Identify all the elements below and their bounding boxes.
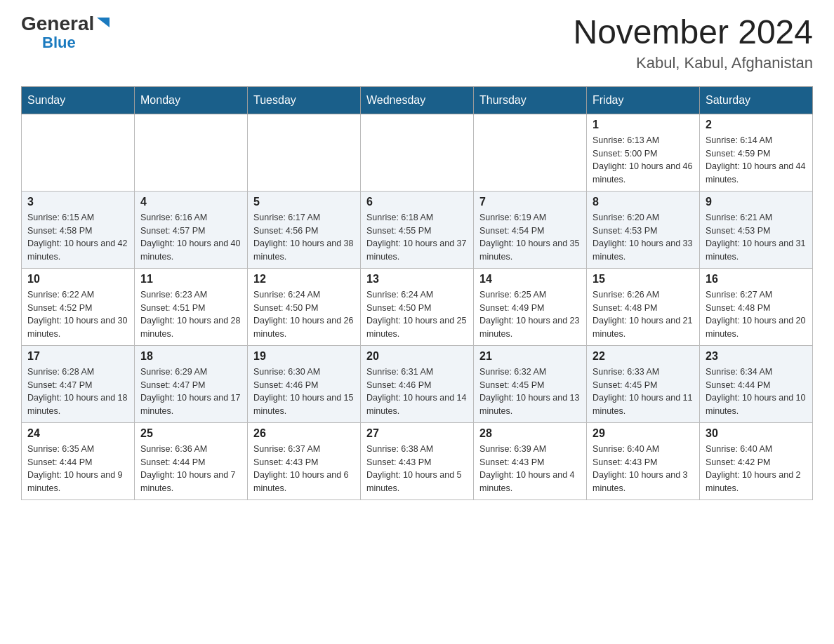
day-info: Sunrise: 6:40 AMSunset: 4:43 PMDaylight:… (593, 443, 694, 495)
day-info: Sunrise: 6:17 AMSunset: 4:56 PMDaylight:… (253, 211, 355, 264)
calendar-cell: 29Sunrise: 6:40 AMSunset: 4:43 PMDayligh… (587, 422, 700, 499)
day-number: 24 (27, 427, 128, 440)
logo-triangle-icon (95, 15, 111, 30)
day-number: 30 (706, 427, 807, 440)
calendar-cell: 16Sunrise: 6:27 AMSunset: 4:48 PMDayligh… (700, 268, 813, 345)
calendar-week-row: 24Sunrise: 6:35 AMSunset: 4:44 PMDayligh… (22, 422, 813, 499)
day-info: Sunrise: 6:13 AMSunset: 5:00 PMDaylight:… (593, 134, 694, 187)
calendar-table: SundayMondayTuesdayWednesdayThursdayFrid… (21, 86, 813, 500)
calendar-day-header: Monday (135, 86, 248, 114)
calendar-week-row: 10Sunrise: 6:22 AMSunset: 4:52 PMDayligh… (22, 268, 813, 345)
calendar-cell: 22Sunrise: 6:33 AMSunset: 4:45 PMDayligh… (587, 345, 700, 422)
calendar-cell: 11Sunrise: 6:23 AMSunset: 4:51 PMDayligh… (135, 268, 248, 345)
day-info: Sunrise: 6:28 AMSunset: 4:47 PMDaylight:… (27, 365, 128, 418)
svg-marker-0 (97, 18, 110, 27)
logo-blue-text: Blue (42, 34, 76, 52)
day-number: 12 (253, 273, 355, 286)
day-number: 4 (140, 196, 241, 208)
day-info: Sunrise: 6:18 AMSunset: 4:55 PMDaylight:… (366, 211, 468, 264)
calendar-day-header: Thursday (474, 86, 587, 114)
location-text: Kabul, Kabul, Afghanistan (573, 54, 813, 72)
calendar-cell: 28Sunrise: 6:39 AMSunset: 4:43 PMDayligh… (474, 422, 587, 499)
calendar-cell: 4Sunrise: 6:16 AMSunset: 4:57 PMDaylight… (135, 191, 248, 268)
day-info: Sunrise: 6:25 AMSunset: 4:49 PMDaylight:… (479, 288, 581, 341)
day-number: 10 (27, 273, 128, 286)
calendar-cell: 15Sunrise: 6:26 AMSunset: 4:48 PMDayligh… (587, 268, 700, 345)
day-info: Sunrise: 6:14 AMSunset: 4:59 PMDaylight:… (706, 134, 807, 187)
calendar-cell: 5Sunrise: 6:17 AMSunset: 4:56 PMDaylight… (248, 191, 361, 268)
calendar-cell: 2Sunrise: 6:14 AMSunset: 4:59 PMDaylight… (700, 114, 813, 191)
calendar-cell: 30Sunrise: 6:40 AMSunset: 4:42 PMDayligh… (700, 422, 813, 499)
day-info: Sunrise: 6:27 AMSunset: 4:48 PMDaylight:… (706, 288, 807, 341)
day-number: 21 (479, 350, 581, 363)
day-number: 27 (366, 427, 468, 440)
day-number: 28 (479, 427, 581, 440)
calendar-cell (361, 114, 474, 191)
calendar-day-header: Friday (587, 86, 700, 114)
day-info: Sunrise: 6:15 AMSunset: 4:58 PMDaylight:… (27, 211, 128, 264)
day-number: 25 (140, 427, 241, 440)
day-info: Sunrise: 6:24 AMSunset: 4:50 PMDaylight:… (253, 288, 355, 341)
day-number: 9 (706, 196, 807, 208)
calendar-cell: 3Sunrise: 6:15 AMSunset: 4:58 PMDaylight… (22, 191, 135, 268)
calendar-cell: 18Sunrise: 6:29 AMSunset: 4:47 PMDayligh… (135, 345, 248, 422)
day-info: Sunrise: 6:39 AMSunset: 4:43 PMDaylight:… (479, 443, 581, 495)
calendar-header-row: SundayMondayTuesdayWednesdayThursdayFrid… (22, 86, 813, 114)
calendar-cell: 26Sunrise: 6:37 AMSunset: 4:43 PMDayligh… (248, 422, 361, 499)
day-info: Sunrise: 6:30 AMSunset: 4:46 PMDaylight:… (253, 365, 355, 418)
day-info: Sunrise: 6:37 AMSunset: 4:43 PMDaylight:… (253, 443, 355, 495)
calendar-week-row: 3Sunrise: 6:15 AMSunset: 4:58 PMDaylight… (22, 191, 813, 268)
calendar-day-header: Saturday (700, 86, 813, 114)
calendar-cell (22, 114, 135, 191)
day-info: Sunrise: 6:16 AMSunset: 4:57 PMDaylight:… (140, 211, 241, 264)
calendar-week-row: 1Sunrise: 6:13 AMSunset: 5:00 PMDaylight… (22, 114, 813, 191)
day-info: Sunrise: 6:38 AMSunset: 4:43 PMDaylight:… (366, 443, 468, 495)
day-number: 11 (140, 273, 241, 286)
day-info: Sunrise: 6:29 AMSunset: 4:47 PMDaylight:… (140, 365, 241, 418)
day-number: 1 (593, 119, 694, 131)
calendar-cell: 23Sunrise: 6:34 AMSunset: 4:44 PMDayligh… (700, 345, 813, 422)
day-number: 5 (253, 196, 355, 208)
day-number: 2 (706, 119, 807, 131)
day-info: Sunrise: 6:24 AMSunset: 4:50 PMDaylight:… (366, 288, 468, 341)
day-info: Sunrise: 6:36 AMSunset: 4:44 PMDaylight:… (140, 443, 241, 495)
logo-general-text: General (21, 14, 94, 34)
calendar-cell: 27Sunrise: 6:38 AMSunset: 4:43 PMDayligh… (361, 422, 474, 499)
day-number: 17 (27, 350, 128, 363)
day-number: 22 (593, 350, 694, 363)
logo: General Blue (21, 14, 111, 52)
day-number: 13 (366, 273, 468, 286)
day-info: Sunrise: 6:34 AMSunset: 4:44 PMDaylight:… (706, 365, 807, 418)
month-title: November 2024 (573, 14, 813, 51)
page-header: General Blue November 2024 Kabul, Kabul,… (21, 14, 813, 72)
day-number: 15 (593, 273, 694, 286)
calendar-cell: 6Sunrise: 6:18 AMSunset: 4:55 PMDaylight… (361, 191, 474, 268)
calendar-cell (135, 114, 248, 191)
day-number: 8 (593, 196, 694, 208)
calendar-day-header: Tuesday (248, 86, 361, 114)
calendar-cell: 21Sunrise: 6:32 AMSunset: 4:45 PMDayligh… (474, 345, 587, 422)
calendar-day-header: Sunday (22, 86, 135, 114)
day-info: Sunrise: 6:19 AMSunset: 4:54 PMDaylight:… (479, 211, 581, 264)
day-number: 6 (366, 196, 468, 208)
day-number: 29 (593, 427, 694, 440)
day-info: Sunrise: 6:26 AMSunset: 4:48 PMDaylight:… (593, 288, 694, 341)
calendar-cell: 7Sunrise: 6:19 AMSunset: 4:54 PMDaylight… (474, 191, 587, 268)
day-number: 7 (479, 196, 581, 208)
calendar-cell: 8Sunrise: 6:20 AMSunset: 4:53 PMDaylight… (587, 191, 700, 268)
day-info: Sunrise: 6:23 AMSunset: 4:51 PMDaylight:… (140, 288, 241, 341)
calendar-cell: 12Sunrise: 6:24 AMSunset: 4:50 PMDayligh… (248, 268, 361, 345)
calendar-cell: 10Sunrise: 6:22 AMSunset: 4:52 PMDayligh… (22, 268, 135, 345)
day-number: 19 (253, 350, 355, 363)
calendar-week-row: 17Sunrise: 6:28 AMSunset: 4:47 PMDayligh… (22, 345, 813, 422)
calendar-cell: 17Sunrise: 6:28 AMSunset: 4:47 PMDayligh… (22, 345, 135, 422)
calendar-cell (248, 114, 361, 191)
day-number: 14 (479, 273, 581, 286)
day-number: 20 (366, 350, 468, 363)
calendar-cell: 24Sunrise: 6:35 AMSunset: 4:44 PMDayligh… (22, 422, 135, 499)
day-info: Sunrise: 6:31 AMSunset: 4:46 PMDaylight:… (366, 365, 468, 418)
day-number: 16 (706, 273, 807, 286)
calendar-cell (474, 114, 587, 191)
day-number: 18 (140, 350, 241, 363)
title-section: November 2024 Kabul, Kabul, Afghanistan (573, 14, 813, 72)
